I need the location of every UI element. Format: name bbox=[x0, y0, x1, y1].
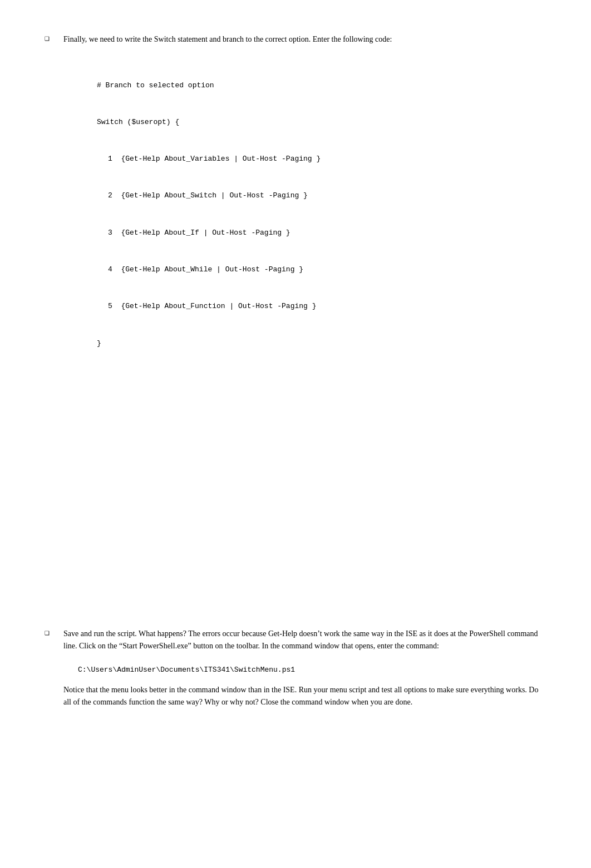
code-line-3: 3 {Get-Help About_If | Out-Host -Paging … bbox=[108, 227, 546, 239]
bullet-section-1: ❑ Finally, we need to write the Switch s… bbox=[45, 33, 546, 383]
bullet-section-2: ❑ Save and run the script. What happens?… bbox=[45, 628, 546, 653]
code-line-4: 4 {Get-Help About_While | Out-Host -Pagi… bbox=[108, 264, 546, 276]
code-close: } bbox=[97, 338, 546, 350]
follow-up-text: Notice that the menu looks better in the… bbox=[63, 684, 546, 709]
save-run-text: Save and run the script. What happens? T… bbox=[63, 629, 538, 650]
bullet-icon-1: ❑ bbox=[45, 36, 53, 42]
code-line-5: 5 {Get-Help About_Function | Out-Host -P… bbox=[108, 300, 546, 313]
path-block: C:\Users\AdminUser\Documents\ITS341\Swit… bbox=[78, 664, 546, 676]
path-text: C:\Users\AdminUser\Documents\ITS341\Swit… bbox=[78, 666, 295, 674]
page-content: ❑ Finally, we need to write the Switch s… bbox=[45, 33, 546, 708]
bullet-text-2: Save and run the script. What happens? T… bbox=[63, 628, 546, 653]
code-comment: # Branch to selected option bbox=[97, 80, 546, 92]
notice-text: Notice that the menu looks better in the… bbox=[63, 686, 538, 706]
code-line-1: 1 {Get-Help About_Variables | Out-Host -… bbox=[108, 153, 546, 165]
intro-text: Finally, we need to write the Switch sta… bbox=[63, 35, 392, 43]
code-line-2: 2 {Get-Help About_Switch | Out-Host -Pag… bbox=[108, 190, 546, 202]
spacer-1 bbox=[45, 394, 546, 628]
code-switch-open: Switch ($useropt) { bbox=[97, 116, 546, 128]
bullet-text-1: Finally, we need to write the Switch sta… bbox=[63, 33, 546, 383]
code-block-1: # Branch to selected option Switch ($use… bbox=[97, 54, 546, 374]
bullet-icon-2: ❑ bbox=[45, 630, 53, 636]
